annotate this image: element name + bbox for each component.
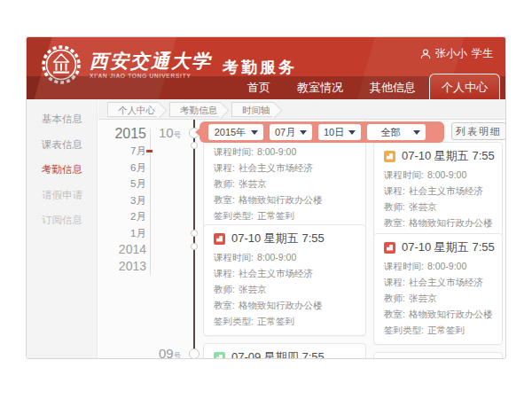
field-label: 教师: [384,290,405,306]
rail-item-6月[interactable]: 6月 [102,160,146,176]
card-field: 课程:社会主义市场经济 [214,265,356,281]
nav-item-other-info[interactable]: 其他信息 [356,76,429,99]
field-label: 课程时间: [384,258,424,274]
university-title-block: 西安交通大学 XI'AN JIAO TONG UNIVERSITY [90,51,212,79]
field-value: 正常签到 [427,322,465,338]
field-label: 教室: [384,215,405,231]
red-calendar-icon [384,242,395,254]
field-value: 8:00-9:00 [257,249,296,265]
green-calendar-icon [214,352,225,359]
card-date: 07-10 星期五 7:55 [402,239,495,255]
card-date: 07-10 星期五 7:55 [231,231,325,246]
field-label: 签到类型: [214,313,254,329]
card-header: 07-10 星期五 7:55 [384,148,492,164]
rail-item-2013[interactable]: 2013 [102,258,146,275]
chevron-down-icon [413,130,420,135]
field-value: 8:00-9:00 [257,144,296,160]
user-account-chip[interactable]: 张小小 学生 [420,46,493,61]
main-nav: 首页教室情况其他信息个人中心 [27,76,505,99]
rail-item-1月[interactable]: 1月 [102,225,146,242]
current-month-tick [146,150,153,153]
timeline-dot-small [191,142,198,149]
breadcrumb: 个人中心考勤信息时间轴 [98,99,505,120]
chevron-down-icon [251,130,258,135]
breadcrumb-label: 时间轴 [242,105,270,115]
field-value: 正常签到 [257,207,294,223]
field-label: 课程: [214,160,235,176]
field-value: 格物致知行政办公楼 [239,192,323,207]
user-name: 张小小 [435,46,467,61]
day-select[interactable]: 10日 [318,124,361,140]
rail-item-2015[interactable]: 2015 [102,124,146,143]
breadcrumb-label: 个人中心 [118,105,155,115]
sidebar-item-subscription-info[interactable]: 订阅信息 [27,207,97,233]
rail-item-5月[interactable]: 5月 [102,176,146,192]
breadcrumb-label: 考勤信息 [180,105,217,115]
card-field: 签到类型:正常签到 [214,207,356,223]
field-label: 课程: [384,183,405,199]
type-select[interactable]: 全部 [367,124,426,140]
rail-item-2月[interactable]: 2月 [102,208,146,225]
attendance-card-r3-left: 07-09 星期四 7:55课程时间:8:00-9:00课程:社会主义市场经济教… [203,343,366,358]
chevron-down-icon [300,130,307,135]
month-select[interactable]: 07月 [270,124,312,140]
field-label: 课程: [214,265,235,281]
nav-item-classrooms[interactable]: 教室情况 [284,76,356,99]
field-label: 教师: [214,176,235,192]
sidebar-item-basic-info[interactable]: 基本信息 [27,106,97,132]
field-value: 张芸京 [239,281,267,297]
sidebar-item-timetable-info[interactable]: 课表信息 [27,132,97,158]
card-field: 课程:社会主义市场经济 [384,274,492,290]
user-role: 学生 [472,46,493,61]
field-label: 课程时间: [214,144,254,160]
sidebar-item-leave-request[interactable]: 请假申请 [27,183,97,208]
timeline-panel: 20157月6月5月3月2月1月20142013 10号 09号 2015年 0… [98,120,505,358]
field-label: 课程时间: [214,249,254,265]
rail-item-2014[interactable]: 2014 [102,241,146,258]
card-field: 课程时间:8:00-9:00 [384,258,492,274]
field-value: 张芸京 [409,290,437,306]
list-detail-button[interactable]: 列表明细 [451,122,505,140]
breadcrumb-item-2[interactable]: 时间轴 [231,102,274,117]
card-field: 课程时间:8:00-9:00 [214,144,356,160]
nav-item-home[interactable]: 首页 [234,76,284,99]
field-value: 格物致知行政办公楼 [409,306,493,322]
breadcrumb-item-0[interactable]: 个人中心 [107,102,159,117]
year-select[interactable]: 2015年 [208,124,263,140]
university-name-cn: 西安交通大学 [90,51,212,72]
breadcrumb-item-1[interactable]: 考勤信息 [169,102,221,117]
field-label: 教师: [214,281,235,297]
card-field: 教师:张芸京 [214,176,356,192]
field-label: 教室: [384,306,405,322]
card-date: 07-10 星期五 7:55 [402,148,495,164]
field-value: 社会主义市场经济 [239,265,313,281]
rail-item-3月[interactable]: 3月 [102,192,146,209]
card-field: 教室:格物致知行政办公楼 [384,215,492,231]
card-header: 07-09 星期四 7:55 [214,349,356,358]
field-value: 格物致知行政办公楼 [409,215,493,231]
card-field: 签到类型:正常签到 [214,313,356,329]
orange-calendar-icon [384,151,395,162]
year-month-rail: 20157月6月5月3月2月1月20142013 [102,124,146,275]
timeline-dot-small [191,230,198,237]
field-value: 社会主义市场经济 [409,274,483,290]
sidebar-item-attendance-info[interactable]: 考勤信息 [27,157,97,183]
card-field: 教室:格物致知行政办公楼 [214,297,356,313]
card-field: 教师:张芸京 [214,281,356,297]
timeline-axis [193,120,195,358]
card-field: 签到类型:正常签到 [384,322,492,338]
field-label: 教室: [214,297,235,313]
field-label: 教师: [384,199,405,215]
day-marker-09: 09号 [159,346,181,358]
rail-item-7月[interactable]: 7月 [102,143,146,160]
app-window: 西安交通大学 XI'AN JIAO TONG UNIVERSITY 考勤服务 张… [26,36,506,359]
card-header: 07-10 星期五 7:55 [214,231,356,246]
card-field: 教室:格物致知行政办公楼 [384,306,492,322]
field-value: 张芸京 [409,199,437,215]
nav-item-personal-center[interactable]: 个人中心 [429,74,500,99]
field-label: 教室: [214,192,235,207]
field-value: 张芸京 [239,176,267,192]
day-marker-10: 10号 [159,125,181,141]
field-label: 签到类型: [214,207,254,223]
card-field: 教室:格物致知行政办公楼 [214,192,356,207]
